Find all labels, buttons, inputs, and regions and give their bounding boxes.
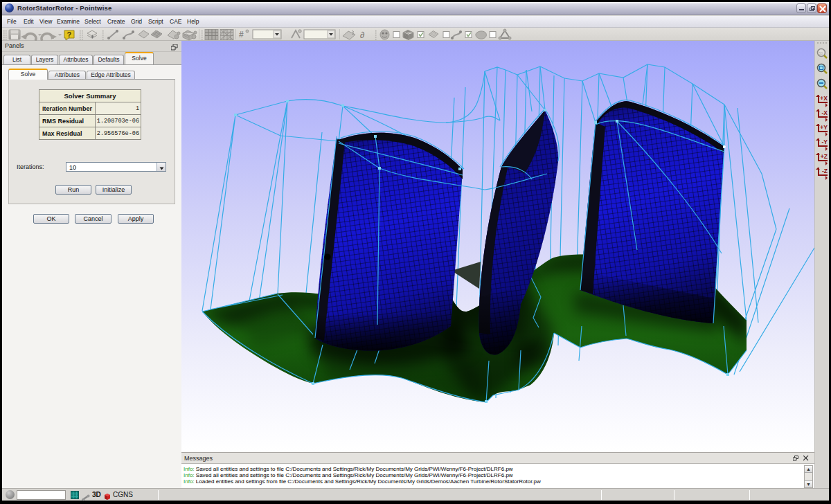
svg-text:∂: ∂	[360, 30, 364, 40]
svg-text:#: #	[239, 30, 244, 39]
svg-text:50: 50	[819, 51, 823, 55]
svg-text:?: ?	[67, 30, 72, 39]
